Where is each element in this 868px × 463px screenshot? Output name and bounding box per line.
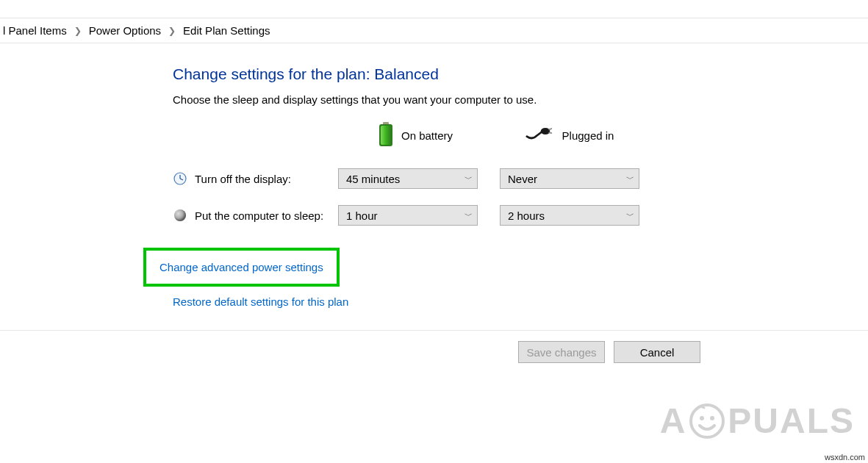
svg-line-4 <box>548 129 552 130</box>
save-changes-button: Save changes <box>518 341 605 363</box>
chevron-down-icon: ﹀ <box>626 173 634 184</box>
links-section: Change advanced power settings Restore d… <box>173 248 706 308</box>
moon-icon <box>173 208 187 223</box>
battery-icon <box>378 122 394 149</box>
row-turn-off-display: Turn off the display: 45 minutes ﹀ Never… <box>173 168 706 189</box>
sleep-on-battery-select[interactable]: 1 hour ﹀ <box>338 205 478 226</box>
restore-default-settings-link[interactable]: Restore default settings for this plan <box>173 295 348 308</box>
row-put-computer-to-sleep: Put the computer to sleep: 1 hour ﹀ 2 ho… <box>173 205 706 226</box>
column-on-battery-label: On battery <box>401 129 453 142</box>
row-label-cell: Put the computer to sleep: <box>173 208 338 223</box>
select-value: 45 minutes <box>346 173 400 185</box>
main-content: Change settings for the plan: Balanced C… <box>0 43 706 308</box>
breadcrumb-item-panel-items[interactable]: l Panel Items <box>3 24 67 37</box>
chevron-right-icon: ❯ <box>165 26 179 36</box>
svg-line-5 <box>548 132 552 133</box>
select-value: Never <box>508 173 537 185</box>
page-subtitle: Choose the sleep and display settings th… <box>173 93 706 106</box>
watermark-logo: A PUALS <box>660 401 855 441</box>
clock-icon <box>173 171 187 186</box>
row-label-cell: Turn off the display: <box>173 171 338 186</box>
column-plugged-in-label: Plugged in <box>562 129 614 142</box>
footer-url: wsxdn.com <box>825 453 865 462</box>
highlight-box: Change advanced power settings <box>143 248 340 287</box>
svg-point-11 <box>710 416 714 420</box>
column-plugged-in: Plugged in <box>492 127 647 144</box>
svg-point-9 <box>691 405 723 437</box>
chevron-down-icon: ﹀ <box>465 210 473 221</box>
breadcrumb-item-edit-plan-settings[interactable]: Edit Plan Settings <box>183 24 270 37</box>
watermark-text-pre: A <box>660 401 687 441</box>
change-advanced-power-settings-link[interactable]: Change advanced power settings <box>159 261 323 273</box>
select-value: 1 hour <box>346 209 378 222</box>
select-value: 2 hours <box>508 209 545 222</box>
chevron-right-icon: ❯ <box>71 26 85 36</box>
cancel-button[interactable]: Cancel <box>614 341 700 363</box>
watermark-face-icon <box>689 403 725 439</box>
page-title: Change settings for the plan: Balanced <box>173 65 706 83</box>
button-bar: Save changes Cancel <box>0 331 868 363</box>
watermark-text-post: PUALS <box>728 401 855 441</box>
plug-icon <box>526 127 555 144</box>
turn-off-display-on-battery-select[interactable]: 45 minutes ﹀ <box>338 168 478 189</box>
turn-off-display-plugged-in-select[interactable]: Never ﹀ <box>500 168 639 189</box>
columns-header: On battery Plugged in <box>173 122 706 149</box>
svg-point-10 <box>700 416 704 420</box>
column-on-battery: On battery <box>338 122 492 149</box>
chevron-down-icon: ﹀ <box>626 210 634 221</box>
svg-point-3 <box>540 128 550 134</box>
breadcrumb-item-power-options[interactable]: Power Options <box>89 24 161 37</box>
turn-off-display-label: Turn off the display: <box>195 173 291 185</box>
breadcrumb: l Panel Items ❯ Power Options ❯ Edit Pla… <box>0 18 868 43</box>
svg-rect-2 <box>381 126 391 145</box>
chevron-down-icon: ﹀ <box>465 173 473 184</box>
put-computer-to-sleep-label: Put the computer to sleep: <box>195 209 323 222</box>
sleep-plugged-in-select[interactable]: 2 hours ﹀ <box>500 205 639 226</box>
